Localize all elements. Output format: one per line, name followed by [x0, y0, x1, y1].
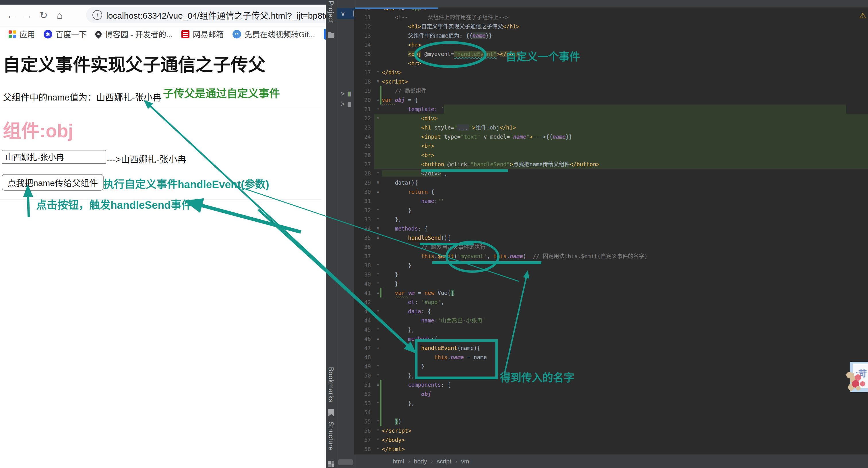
fold-end-icon[interactable]: ⌃ [374, 261, 382, 270]
fold-collapse-icon[interactable]: ⊟ [374, 104, 382, 114]
fold-collapse-icon[interactable]: ⊟ [374, 233, 382, 242]
code-line[interactable]: 52 obj [354, 389, 868, 399]
code-line[interactable]: 42 el: '#app', [354, 298, 868, 307]
fold-end-icon[interactable]: ⌃ [374, 362, 382, 371]
fold-collapse-icon[interactable]: ⊟ [374, 380, 382, 389]
project-tool-button[interactable]: Project [327, 1, 335, 23]
fold-collapse-icon[interactable]: ⊟ [374, 178, 382, 187]
code-line[interactable]: 28⌃ </div>`, [354, 169, 868, 178]
code-line[interactable]: 22⊟ <div> [354, 114, 868, 123]
chevron-right-icon[interactable]: > [341, 100, 345, 108]
bookmark-item[interactable]: 应用 [9, 28, 35, 40]
code-line[interactable]: 39⌃ } [354, 270, 868, 279]
fold-collapse-icon[interactable]: ⊟ [374, 114, 382, 123]
code-line[interactable]: 33⌃ }, [354, 215, 868, 224]
code-line[interactable]: 45⌃ }, [354, 325, 868, 334]
code-line[interactable]: 19 // 局部组件 [354, 86, 868, 95]
code-line[interactable]: 38⌃ } [354, 261, 868, 270]
code-area[interactable]: 10⊟<div id="app">11 <!-- 父组件上的作用在了子组件上--… [354, 3, 868, 454]
code-line[interactable]: 58⌃</html> [354, 444, 868, 454]
fold-end-icon[interactable]: ⌃ [374, 417, 382, 426]
bookmarks-tool-button[interactable]: Bookmarks [327, 367, 335, 403]
code-line[interactable]: 57⌃</body> [354, 435, 868, 444]
bookmark-item[interactable]: 网易邮箱 [181, 28, 224, 40]
code-line[interactable]: 29⊟ data(){ [354, 178, 868, 187]
code-line[interactable]: 34⊟ methods: { [354, 224, 868, 233]
bookmark-item[interactable]: du百度一下 [43, 28, 87, 40]
breadcrumb-item[interactable]: script [437, 458, 451, 465]
code-line[interactable]: 36 // 触发自定义事件的执行 [354, 242, 868, 251]
code-line[interactable]: 40⌃ } [354, 279, 868, 288]
address-bar[interactable]: i localhost:63342/vue_04/组件通信之子传父.html?_… [86, 7, 344, 23]
code-line[interactable]: 17⌃</div> [354, 68, 868, 77]
code-line[interactable]: 15 <obj @myevent="handleEvent"></obj> [354, 50, 868, 59]
fold-end-icon[interactable]: ⌃ [374, 270, 382, 279]
fold-collapse-icon[interactable]: ⊟ [374, 224, 382, 233]
fold-end-icon[interactable]: ⌃ [374, 435, 382, 444]
fold-end-icon[interactable]: ⌃ [374, 325, 382, 334]
code-line[interactable]: 37 this.$emit('myevent', this.name) // 固… [354, 251, 868, 261]
fold-collapse-icon[interactable]: ⊟ [374, 187, 382, 196]
code-line[interactable]: 20⊟var obj = { [354, 95, 868, 104]
fold-end-icon[interactable]: ⌃ [374, 426, 382, 435]
fold-end-icon[interactable]: ⌃ [374, 279, 382, 288]
code-line[interactable]: 55⌃ }) [354, 417, 868, 426]
url-text[interactable]: localhost:63342/vue_04/组件通信之子传父.html?_ij… [106, 9, 334, 21]
forward-button[interactable]: → [20, 7, 36, 23]
code-line[interactable]: 47⊟ handleEvent(name){ [354, 343, 868, 352]
fold-collapse-icon[interactable]: ⊟ [374, 95, 382, 104]
breadcrumb-item[interactable]: vm [461, 458, 469, 465]
fold-end-icon[interactable]: ⌃ [374, 169, 382, 178]
bookmark-item[interactable]: ✂免费在线视频转Gif... [232, 28, 315, 40]
code-line[interactable]: 32⌃ } [354, 206, 868, 215]
fold-collapse-icon[interactable]: ⊟ [374, 77, 382, 86]
back-button[interactable]: ← [3, 7, 20, 23]
panel-scrollbar-thumb[interactable] [338, 459, 353, 465]
code-line[interactable]: 24 <input type="text" v-model="name">---… [354, 132, 868, 141]
code-line[interactable]: 43⊟ data: { [354, 307, 868, 316]
code-line[interactable]: 51⊟ components: { [354, 380, 868, 389]
fold-end-icon[interactable]: ⌃ [374, 215, 382, 224]
code-line[interactable]: 53⌃ }, [354, 399, 868, 408]
fold-end-icon[interactable]: ⌃ [374, 206, 382, 215]
send-name-button[interactable]: 点我把name传给父组件 [2, 174, 104, 191]
bookmark-item[interactable]: 博客园 - 开发者的... [95, 28, 173, 40]
inspection-warning-icon[interactable]: ⚠ [859, 11, 866, 21]
fold-collapse-icon[interactable]: ⊟ [374, 334, 382, 343]
code-line[interactable]: 35⊟ handleSend(){ [354, 233, 868, 242]
fold-end-icon[interactable]: ⌃ [374, 399, 382, 408]
code-line[interactable]: 16 <hr> [354, 59, 868, 68]
code-line[interactable]: 48 this.name = name [354, 352, 868, 362]
fold-end-icon[interactable]: ⌃ [374, 444, 382, 454]
name-input[interactable] [2, 150, 106, 164]
code-line[interactable]: 46⊟ methods:{ [354, 334, 868, 343]
code-line[interactable]: 27 <button @click="handleSend">点我把name传给… [354, 160, 868, 169]
fold-end-icon[interactable]: ⌃ [374, 68, 382, 77]
code-line[interactable]: 44 name:'山西热巴-小张冉' [354, 316, 868, 325]
code-line[interactable]: 30⊟ return { [354, 187, 868, 196]
chevron-right-icon[interactable]: > [341, 90, 345, 98]
code-line[interactable]: 25 <br> [354, 141, 868, 151]
fold-collapse-icon[interactable]: ⊟ [374, 288, 382, 298]
code-line[interactable]: 31 name:'' [354, 196, 868, 206]
code-line[interactable]: 23 <h1 style="...">组件:obj</h1> [354, 123, 868, 132]
code-line[interactable]: 13 父组件中的name值为: {{name}} [354, 31, 868, 40]
page-info-icon[interactable]: i [92, 10, 102, 20]
reload-button[interactable]: ↻ [36, 7, 52, 23]
chevron-down-icon[interactable]: ∨ [340, 9, 346, 18]
breadcrumb-item[interactable]: html [393, 458, 404, 465]
code-line[interactable]: 26 <br> [354, 151, 868, 160]
code-line[interactable]: 12 <h1>自定义事件实现父子通信之子传父</h1> [354, 22, 868, 31]
code-line[interactable]: 21⊟ template: ` [354, 104, 868, 114]
breadcrumb-item[interactable]: body [414, 458, 427, 465]
code-line[interactable]: 18⊟<script> [354, 77, 868, 86]
structure-tool-button[interactable]: Structure [327, 422, 335, 451]
code-line[interactable]: 49⌃ } [354, 362, 868, 371]
code-line[interactable]: 50⌃ }, [354, 371, 868, 380]
fold-collapse-icon[interactable]: ⊟ [374, 343, 382, 352]
home-button[interactable]: ⌂ [52, 7, 68, 23]
code-line[interactable]: 54 [354, 408, 868, 417]
code-line[interactable]: 56⌃</script> [354, 426, 868, 435]
code-line[interactable]: 41⊟ var vm = new Vue({ [354, 288, 868, 298]
fold-collapse-icon[interactable]: ⊟ [374, 307, 382, 316]
